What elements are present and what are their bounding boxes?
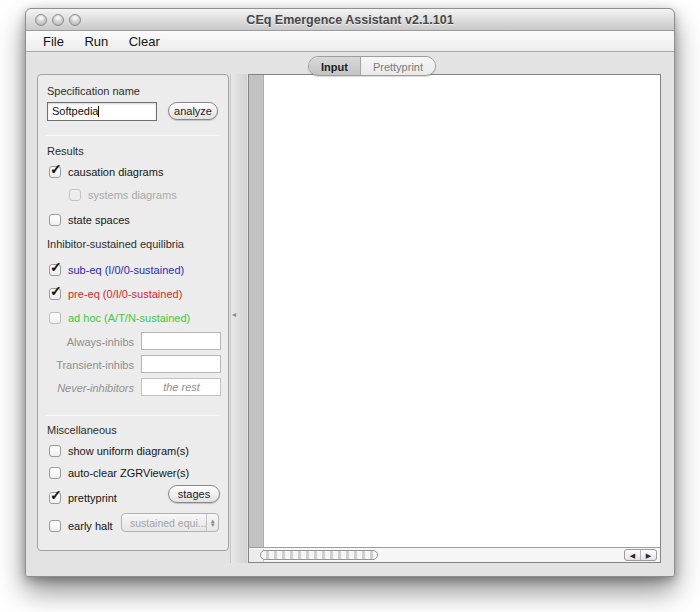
text-caret bbox=[98, 106, 99, 117]
checkbox-show-uniform[interactable]: show uniform diagram(s) bbox=[49, 441, 189, 457]
dropdown-arrows-icon: ▲▼ bbox=[206, 514, 218, 531]
specification-name-value: Softpedia bbox=[52, 105, 98, 117]
scrollbar-arrow-buttons: ◀ ▶ bbox=[624, 549, 657, 561]
horizontal-scrollbar-thumb[interactable] bbox=[260, 550, 378, 560]
scroll-right-arrow-icon[interactable]: ▶ bbox=[641, 550, 656, 560]
checkbox-label: state spaces bbox=[68, 214, 130, 226]
checkbox-pre-eq[interactable]: pre-eq (0/I/0-sustained) bbox=[49, 284, 182, 300]
editor-line: 3 We review and categorize these product… bbox=[249, 103, 660, 115]
checkbox-checked-icon bbox=[49, 288, 61, 300]
specification-name-input[interactable]: Softpedia bbox=[47, 102, 157, 121]
specification-name-label: Specification name bbox=[47, 85, 140, 97]
menu-file[interactable]: File bbox=[35, 31, 72, 49]
split-divider-handle-icon[interactable]: ◂ bbox=[232, 310, 236, 319]
equilibria-header: Inhibitor-sustained equilibria bbox=[47, 238, 184, 250]
menu-clear[interactable]: Clear bbox=[121, 31, 168, 49]
window-content: Input Prettyprint Specification name Sof… bbox=[26, 53, 674, 576]
transient-inhibs-label: Transient-inhibs bbox=[38, 359, 134, 371]
checkbox-early-halt[interactable]: early halt bbox=[49, 516, 113, 532]
early-halt-dropdown[interactable]: sustained equi... ▲▼ bbox=[121, 513, 219, 532]
checkbox-label: sub-eq (I/0/0-sustained) bbox=[68, 264, 184, 276]
checkbox-label: causation diagrams bbox=[68, 166, 163, 178]
window-title: CEq Emergence Assistant v2.1.101 bbox=[26, 13, 674, 27]
tab-input[interactable]: Input bbox=[309, 57, 361, 75]
checkbox-disabled-icon bbox=[69, 189, 81, 201]
checkbox-unchecked-icon bbox=[49, 214, 61, 226]
checkbox-causation-diagrams[interactable]: causation diagrams bbox=[49, 162, 163, 178]
split-pane-divider[interactable]: ◂ bbox=[230, 74, 247, 563]
never-inhibitors-input[interactable]: the rest bbox=[141, 378, 221, 396]
menu-run[interactable]: Run bbox=[76, 31, 116, 49]
checkbox-sub-eq[interactable]: sub-eq (I/0/0-sustained) bbox=[49, 260, 184, 276]
checkbox-label: pre-eq (0/I/0-sustained) bbox=[68, 288, 182, 300]
menu-bar: File Run Clear bbox=[26, 31, 674, 52]
title-bar[interactable]: CEq Emergence Assistant v2.1.101 bbox=[26, 9, 674, 31]
field-value: the rest bbox=[146, 381, 217, 393]
editor-line: 2 bbox=[249, 91, 660, 103]
editor-line: 1 Softpedia is a library of over 400,000… bbox=[249, 79, 660, 91]
checkbox-systems-diagrams: systems diagrams bbox=[69, 185, 177, 201]
checkbox-label: prettyprint bbox=[68, 492, 117, 504]
checkbox-label: ad hoc (A/T/N-sustained) bbox=[68, 312, 190, 324]
checkbox-checked-icon bbox=[49, 264, 61, 276]
checkbox-ad-hoc[interactable]: ad hoc (A/T/N-sustained) bbox=[49, 308, 190, 324]
scroll-left-arrow-icon[interactable]: ◀ bbox=[625, 550, 641, 560]
checkbox-unchecked-icon bbox=[49, 520, 61, 532]
checkbox-unchecked-icon bbox=[49, 445, 61, 457]
never-inhibitors-label: Never-inhibitors bbox=[38, 382, 134, 394]
checkbox-auto-clear[interactable]: auto-clear ZGRViewer(s) bbox=[49, 463, 189, 479]
results-header: Results bbox=[47, 145, 84, 157]
checkbox-label: early halt bbox=[68, 520, 113, 532]
screenshot-stage: CEq Emergence Assistant v2.1.101 File Ru… bbox=[0, 0, 700, 612]
checkbox-checked-icon bbox=[49, 166, 61, 178]
always-inhibs-input[interactable] bbox=[141, 332, 221, 350]
tab-prettyprint[interactable]: Prettyprint bbox=[361, 57, 435, 75]
checkbox-checked-icon bbox=[49, 492, 61, 504]
transient-inhibs-input[interactable] bbox=[141, 355, 221, 373]
checkbox-label: systems diagrams bbox=[88, 189, 177, 201]
always-inhibs-label: Always-inhibs bbox=[38, 336, 134, 348]
checkbox-unchecked-icon bbox=[49, 312, 61, 324]
dropdown-value: sustained equi... bbox=[122, 514, 206, 531]
options-sidebar: Specification name Softpedia analyze Res… bbox=[37, 74, 229, 551]
line-number: 3 bbox=[249, 114, 262, 115]
misc-header: Miscellaneous bbox=[47, 424, 117, 436]
checkbox-unchecked-icon bbox=[49, 467, 61, 479]
separator bbox=[46, 135, 220, 136]
line-number-gutter bbox=[249, 75, 264, 547]
checkbox-prettyprint[interactable]: prettyprint bbox=[49, 488, 117, 504]
separator bbox=[46, 415, 220, 416]
stages-button[interactable]: stages bbox=[168, 485, 220, 503]
analyze-button[interactable]: analyze bbox=[168, 102, 218, 120]
checkbox-state-spaces[interactable]: state spaces bbox=[49, 210, 130, 226]
editor-tab-group: Input Prettyprint bbox=[308, 56, 436, 76]
input-editor-pane[interactable]: 1 Softpedia is a library of over 400,000… bbox=[248, 74, 661, 563]
app-window: CEq Emergence Assistant v2.1.101 File Ru… bbox=[25, 8, 675, 577]
checkbox-label: show uniform diagram(s) bbox=[68, 445, 189, 457]
checkbox-label: auto-clear ZGRViewer(s) bbox=[68, 467, 189, 479]
horizontal-scrollbar[interactable]: ◀ ▶ bbox=[249, 547, 660, 562]
